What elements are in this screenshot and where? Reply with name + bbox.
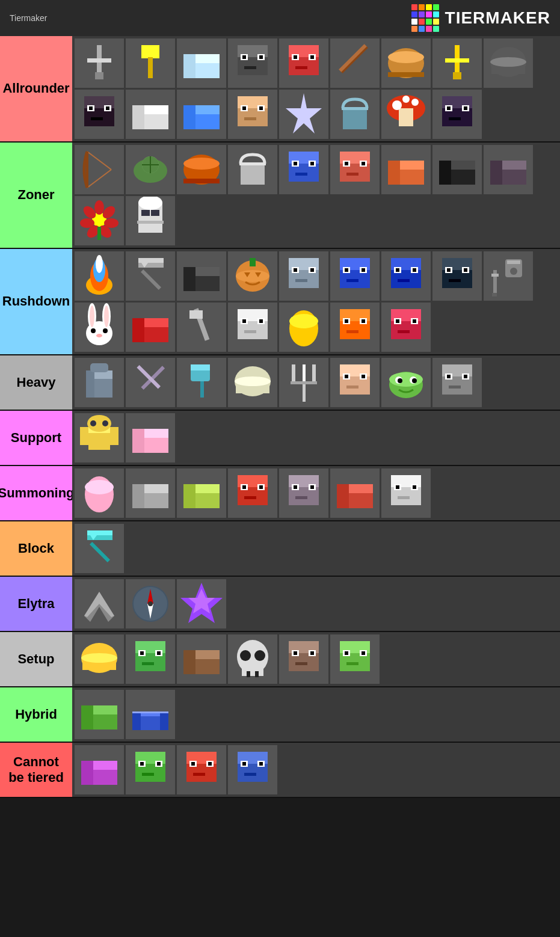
- item-elytra-wings[interactable]: [75, 579, 124, 628]
- item-white-bunny[interactable]: [75, 303, 124, 352]
- svg-marker-54: [286, 93, 322, 134]
- item-dark-mob2[interactable]: [432, 251, 482, 301]
- item-gray-block[interactable]: [484, 145, 533, 194]
- item-red-mob2[interactable]: [228, 468, 277, 518]
- item-mob-fancy[interactable]: [126, 634, 175, 684]
- item-magic-item[interactable]: [177, 579, 226, 628]
- item-mob-face4[interactable]: [330, 358, 380, 407]
- item-frog[interactable]: [330, 634, 380, 684]
- item-mob2[interactable]: [279, 38, 328, 88]
- item-armor[interactable]: [75, 358, 124, 407]
- item-iron-sword[interactable]: [75, 38, 124, 88]
- item-turtle[interactable]: [126, 145, 175, 194]
- item-sword-shield[interactable]: [484, 251, 533, 301]
- item-mob-gray[interactable]: [279, 468, 328, 518]
- item-ice-block[interactable]: [177, 38, 226, 88]
- item-knight[interactable]: [126, 196, 175, 245]
- item-cauldron[interactable]: [177, 145, 226, 194]
- item-dark-cube[interactable]: [177, 251, 226, 301]
- tier-label-heavy: Heavy: [0, 355, 72, 410]
- item-mob-face3[interactable]: [279, 251, 328, 301]
- item-pickaxe[interactable]: [126, 251, 175, 301]
- item-mob-blue2[interactable]: [330, 251, 380, 301]
- item-mob4[interactable]: [228, 90, 277, 139]
- item-bucket[interactable]: [330, 90, 380, 139]
- item-mob3[interactable]: [75, 90, 124, 139]
- item-trident[interactable]: [279, 358, 328, 407]
- item-helmet[interactable]: [484, 38, 533, 88]
- svg-rect-162: [449, 279, 461, 282]
- item-bow[interactable]: [75, 145, 124, 194]
- item-stone-mob[interactable]: [432, 358, 482, 407]
- item-diamond-pick[interactable]: [75, 524, 124, 573]
- item-block-white[interactable]: [126, 90, 175, 139]
- item-mob-blue3[interactable]: [381, 251, 431, 301]
- svg-rect-20: [294, 55, 297, 59]
- item-fire-mob[interactable]: [330, 303, 380, 352]
- svg-rect-357: [242, 762, 246, 766]
- item-food1[interactable]: [381, 38, 431, 88]
- tier-label-rushdown: Rushdown: [0, 249, 72, 354]
- item-red-flower[interactable]: [75, 196, 124, 245]
- svg-rect-101: [439, 161, 451, 185]
- logo-cell-4: [411, 11, 417, 17]
- item-mob-white[interactable]: [228, 303, 277, 352]
- item-fire-item[interactable]: [75, 251, 124, 301]
- item-skull[interactable]: [228, 634, 277, 684]
- item-red-mob[interactable]: [381, 303, 431, 352]
- item-purple-block[interactable]: [75, 745, 124, 794]
- item-yellow-block[interactable]: [177, 468, 226, 518]
- svg-rect-154: [413, 268, 416, 272]
- svg-rect-345: [142, 773, 154, 776]
- item-gold-hammer[interactable]: [126, 38, 175, 88]
- svg-rect-55: [343, 108, 367, 129]
- item-egg1[interactable]: [75, 468, 124, 518]
- item-pumpkin[interactable]: [228, 251, 277, 301]
- item-gold-helm[interactable]: [75, 634, 124, 684]
- item-mob1[interactable]: [228, 38, 277, 88]
- item-sword-x[interactable]: [126, 358, 175, 407]
- item-golem[interactable]: [75, 413, 124, 462]
- item-dark-block[interactable]: [432, 145, 482, 194]
- item-moon-helm[interactable]: [228, 358, 277, 407]
- svg-rect-39: [106, 106, 109, 110]
- item-red-block2[interactable]: [330, 468, 380, 518]
- item-red-block[interactable]: [126, 303, 175, 352]
- item-gold-sword[interactable]: [432, 38, 482, 88]
- svg-rect-251: [132, 429, 144, 453]
- item-pink-block[interactable]: [126, 413, 175, 462]
- item-compass[interactable]: [126, 579, 175, 628]
- item-red-chest[interactable]: [177, 745, 226, 794]
- item-blue-head[interactable]: [228, 745, 277, 794]
- svg-rect-118: [137, 221, 164, 224]
- item-tool[interactable]: [177, 303, 226, 352]
- item-golden-egg[interactable]: [279, 303, 328, 352]
- item-mob-blue[interactable]: [279, 145, 328, 194]
- item-axe[interactable]: [177, 358, 226, 407]
- item-mob-face5[interactable]: [279, 634, 328, 684]
- item-dark-head[interactable]: [432, 90, 482, 139]
- item-sparkle[interactable]: [279, 90, 328, 139]
- item-cow-head[interactable]: [381, 468, 431, 518]
- item-mushroom[interactable]: [381, 90, 431, 139]
- logo-cell-3: [433, 4, 439, 10]
- item-bucket2[interactable]: [228, 145, 277, 194]
- item-green-head[interactable]: [126, 745, 175, 794]
- svg-rect-282: [413, 485, 416, 489]
- item-slime[interactable]: [381, 358, 431, 407]
- item-stone[interactable]: [126, 468, 175, 518]
- svg-rect-327: [346, 662, 358, 665]
- logo-cell-11: [433, 19, 439, 25]
- tier-label-support: Support: [0, 411, 72, 465]
- item-blue-thing[interactable]: [177, 90, 226, 139]
- item-mob-face2[interactable]: [330, 145, 380, 194]
- item-block-orange[interactable]: [381, 145, 431, 194]
- item-stick-like[interactable]: [330, 38, 380, 88]
- item-grass[interactable]: [75, 690, 124, 739]
- item-dirt-block[interactable]: [177, 634, 226, 684]
- svg-point-310: [240, 650, 251, 661]
- svg-rect-140: [310, 268, 314, 272]
- item-bed[interactable]: [126, 690, 175, 739]
- svg-rect-259: [183, 484, 195, 508]
- svg-rect-213: [191, 364, 210, 370]
